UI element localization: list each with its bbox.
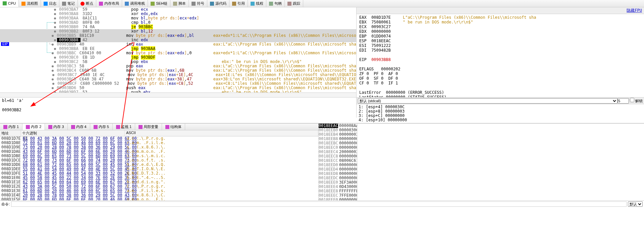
dump-tab-1[interactable]: 内存 2 bbox=[22, 124, 45, 130]
toolbar-tab-日志[interactable]: 日志 bbox=[41, 0, 59, 7]
dump-col-hex: 十六进制 bbox=[21, 130, 125, 136]
dump-tab-7[interactable]: 结构体 bbox=[162, 124, 185, 130]
disasm-row[interactable]: 00903BB940inc eaxeax:L"aC:\\Program File… bbox=[0, 42, 356, 47]
toolbar-tab-内存布局[interactable]: 内存布局 bbox=[96, 0, 122, 7]
registers-panel: 隐藏FPU EAX 008D1D7E L"aC:\\Program Files … bbox=[357, 7, 644, 97]
disasm-comment bbox=[220, 16, 356, 20]
disasm-comment: eax+edx*1:L"aC:\\Program Files (x86)\\Co… bbox=[211, 51, 356, 55]
disasm-bytes: 42 bbox=[80, 38, 129, 42]
disasm-row[interactable]: 00903BD753push ebxebx:" be run in DOS mo… bbox=[0, 90, 356, 92]
command-label: 命令: bbox=[1, 202, 10, 207]
toolbar-tab-CPU[interactable]: CPU bbox=[0, 0, 19, 7]
disasm-bytes: 53 bbox=[80, 90, 129, 92]
info-panel: bl=61 'a' 00903BB2 bbox=[0, 98, 357, 118]
toolbar-tab-SEH链[interactable]: SEH链 bbox=[148, 0, 170, 7]
dump-tab-0[interactable]: 内存 1 bbox=[0, 124, 22, 130]
disasm-bytes: 5B bbox=[80, 60, 129, 64]
icon-bp bbox=[80, 2, 85, 6]
toolbar-tab-符号[interactable]: 符号 bbox=[189, 0, 207, 7]
disasm-row[interactable]: 00903BD650push eaxeax:L"aC:\\Program Fil… bbox=[0, 86, 356, 90]
disasm-comment: eax:L"aC:\\Program Files (x86)\\Common F… bbox=[211, 42, 356, 47]
toolbar-tab-句柄[interactable]: 句柄 bbox=[266, 0, 285, 7]
disassembly-panel: EIP 00903BA759pop ecx00903BA831D2xor edx… bbox=[0, 7, 357, 97]
disasm-addr: 00903BD7 bbox=[57, 90, 80, 92]
disasm-comment: ebx:" be run in DOS mode.\r\r\n$" bbox=[220, 90, 356, 92]
disasm-comment bbox=[220, 20, 356, 25]
icon-seh bbox=[151, 2, 155, 6]
toolbar-tab-引用[interactable]: 引用 bbox=[229, 0, 248, 7]
icon-log bbox=[44, 2, 48, 6]
icon-note bbox=[62, 2, 66, 6]
disasm-row[interactable]: 00903BB5881C10mov byte ptr ds:[eax+edx],… bbox=[0, 34, 356, 38]
disasm-row[interactable]: 00903BC0EB 1Djmp 903BDF bbox=[0, 55, 356, 60]
disasm-inst: push ebx bbox=[129, 90, 220, 92]
dump-tab-4[interactable]: 内存 5 bbox=[90, 124, 113, 130]
disasm-bytes: C680 C8000000 52 bbox=[78, 81, 125, 86]
arg-count-spin[interactable] bbox=[618, 98, 629, 104]
disasm-row[interactable]: 00903BAD80FB 00cmp bl,0 bbox=[0, 20, 356, 25]
memory-icon bbox=[3, 125, 7, 129]
memory-icon bbox=[165, 125, 169, 129]
toolbar-tab-笔记[interactable]: 笔记 bbox=[59, 0, 78, 7]
icon-handle bbox=[269, 2, 273, 6]
stack-comment-panel: 返回到 gdi32.74EC7B03 自 ???返回到 gdi32.74EC7A… bbox=[357, 124, 644, 200]
disasm-hscroll[interactable] bbox=[0, 92, 356, 97]
memory-icon bbox=[26, 125, 30, 129]
toolbar-tab-线程[interactable]: 线程 bbox=[248, 0, 266, 7]
toolbar-tab-跟踪[interactable]: 跟踪 bbox=[285, 0, 303, 7]
toolbar-tab-脚本[interactable]: 脚本 bbox=[170, 0, 189, 7]
memory-icon bbox=[139, 125, 143, 129]
disasm-comment bbox=[220, 7, 356, 12]
memory-icon bbox=[48, 125, 52, 129]
disasm-comment: eax+edx*1:L"aC:\\Program Files (x86)\\Co… bbox=[211, 34, 356, 38]
info-line-1: bl=61 'a' bbox=[2, 98, 354, 103]
command-bar: 命令: 默认 bbox=[0, 200, 644, 207]
icon-flow bbox=[21, 2, 25, 6]
toolbar-tab-断点[interactable]: 断点 bbox=[78, 0, 96, 7]
disasm-bytes: EB 1D bbox=[80, 55, 129, 60]
memory-icon bbox=[71, 125, 75, 129]
toolbar-tab-调用堆栈[interactable]: 调用堆栈 bbox=[122, 0, 148, 7]
icon-stack bbox=[125, 2, 129, 6]
stack-addr-panel[interactable]: 0018EEAC000008AA0018EEB00000030C0018EEB4… bbox=[319, 124, 357, 200]
disasm-comment bbox=[220, 12, 356, 16]
dump-tab-6[interactable]: 局部变量 bbox=[135, 124, 162, 130]
icon-thread bbox=[251, 2, 255, 6]
dump-row[interactable]: 008D1E5E6F 00 6D 00 6D 00 6F 00 6E 00 20… bbox=[0, 197, 318, 200]
icon-mem bbox=[99, 2, 103, 6]
main-toolbar: CPU流程图日志笔记断点内存布局调用堆栈SEH链脚本符号源代码引用线程句柄跟踪 bbox=[0, 0, 644, 7]
toolbar-tab-源代码[interactable]: 源代码 bbox=[207, 0, 229, 7]
disasm-comment bbox=[220, 25, 356, 29]
icon-trace bbox=[287, 2, 291, 6]
memory-icon bbox=[116, 125, 120, 129]
disasm-row[interactable]: 00903BBCC60410 00mov byte ptr ds:[eax+ed… bbox=[0, 51, 356, 55]
command-mode-combo[interactable]: 默认 bbox=[628, 201, 643, 207]
stack-row[interactable]: 0018EEF000000000 bbox=[319, 198, 357, 200]
hide-fpu-link[interactable]: 隐藏FPU bbox=[627, 8, 642, 13]
unlock-check[interactable] bbox=[630, 98, 634, 102]
dump-col-addr: 地址 bbox=[0, 130, 21, 136]
disasm-row[interactable]: 00903BA759pop ecx bbox=[0, 7, 356, 12]
icon-cpu bbox=[3, 1, 7, 5]
dump-tab-5[interactable]: 监视 1 bbox=[113, 124, 135, 130]
toolbar-tab-流程图[interactable]: 流程图 bbox=[19, 0, 41, 7]
memory-icon bbox=[94, 125, 98, 129]
dump-tab-2[interactable]: 内存 3 bbox=[45, 124, 67, 130]
memory-dump-panel: 内存 1内存 2内存 3内存 4内存 5监视 1局部变量结构体 地址 十六进制 … bbox=[0, 124, 319, 200]
icon-sym bbox=[192, 2, 196, 6]
disasm-row[interactable]: 00903BB074 0Aje 903BBC bbox=[0, 25, 356, 29]
calling-convention-combo[interactable]: 默认 (stdcall) bbox=[358, 98, 618, 104]
info-line-2: 00903BB2 bbox=[2, 108, 354, 112]
icon-src bbox=[210, 2, 214, 6]
dump-col-ascii: ASCII bbox=[125, 130, 318, 136]
disasm-row[interactable]: 00903BAA8A1C11mov bl,byte ptr ds:[ecx+ed… bbox=[0, 16, 356, 20]
icon-ref bbox=[232, 2, 236, 6]
call-args-list: 1: [esp+4] 0000030C2: [esp+8] 000000033:… bbox=[357, 104, 644, 123]
command-input[interactable] bbox=[11, 201, 627, 207]
icon-script bbox=[173, 2, 177, 6]
call-arg-row: 4: [esp+10] 00000000 bbox=[359, 118, 642, 122]
dump-tab-3[interactable]: 内存 4 bbox=[68, 124, 90, 130]
